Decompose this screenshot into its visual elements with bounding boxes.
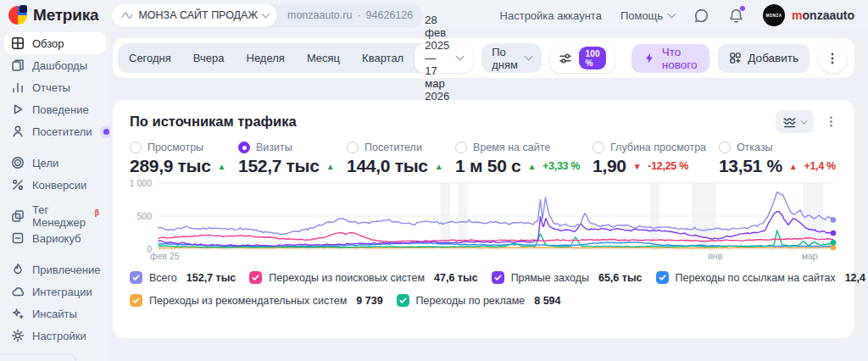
add-widget-button[interactable]: Добавить: [718, 44, 810, 73]
chart-legend: Всего152,7 тысПереходы из поисковых сист…: [130, 271, 837, 307]
metric-value: 144,0 тыс: [347, 156, 428, 176]
chevron-down-icon: [800, 117, 807, 124]
metric-label: Отказы: [737, 142, 773, 153]
metric-value-row: 152,7 тыс▲: [238, 156, 334, 176]
widget-menu-button[interactable]: [825, 115, 837, 128]
legend-checkbox[interactable]: [492, 271, 504, 284]
metric-tab-header: Посетители: [347, 142, 442, 153]
metric-value-row: 1,90▼-12,25 %: [593, 156, 706, 176]
sidebar-item-интеграции[interactable]: Интеграции: [4, 280, 106, 303]
traffic-chart[interactable]: 05001 000фев 25янвмар: [130, 178, 837, 261]
sidebar-item-настройки[interactable]: Настройки: [4, 325, 106, 347]
date-range-value: 28 фев 2025 — 17 мар 2026: [425, 14, 449, 103]
sidebar-item-label: Посетители: [32, 125, 92, 138]
sidebar-item-label: Дашборды: [32, 59, 87, 72]
trend-up-icon: ▲: [789, 162, 798, 171]
sidebar-item-вариокуб[interactable]: Вариокуб: [4, 227, 106, 249]
sidebar-item-отчеты[interactable]: Отчеты: [4, 76, 106, 98]
period-2[interactable]: Вчера: [182, 52, 236, 64]
date-range-select[interactable]: 28 фев 2025 — 17 мар 2026: [415, 43, 473, 73]
chat-icon[interactable]: [693, 8, 709, 24]
sidebar-item-label: Инсайты: [32, 308, 77, 320]
help-menu[interactable]: Помощь: [620, 9, 675, 22]
counter-name-section[interactable]: МОНЗА САЙТ ПРОДАЖ: [112, 4, 277, 27]
sidebar-item-обзор[interactable]: Обзор: [4, 32, 106, 54]
metric-tab-1[interactable]: Просмотры289,9 тыс▲: [130, 142, 225, 176]
metric-tab-6[interactable]: Отказы13,51 %▲+1,4 %: [719, 142, 836, 176]
behavior-icon: [11, 103, 25, 116]
legend-checkbox[interactable]: [130, 271, 142, 284]
insights-icon: [11, 307, 25, 320]
metric-radio[interactable]: [719, 142, 731, 153]
metric-delta: +3,33 %: [542, 160, 580, 172]
metric-radio[interactable]: [347, 142, 359, 153]
metric-label: Просмотры: [147, 142, 203, 153]
sidebar-item-посетители[interactable]: Посетители: [4, 120, 106, 142]
svg-text:500: 500: [136, 211, 152, 221]
sidebar-item-label: Отчеты: [32, 81, 70, 94]
counter-switcher[interactable]: МОНЗА САЙТ ПРОДАЖ monzaauto.ru · 9462612…: [112, 4, 423, 27]
legend-item[interactable]: Прямые заходы65,6 тыс: [492, 271, 643, 284]
bell-icon[interactable]: [728, 8, 744, 24]
granularity-select[interactable]: По дням: [481, 43, 542, 73]
sidebar-item-дашборды[interactable]: Дашборды: [4, 54, 106, 76]
metric-value: 152,7 тыс: [238, 156, 320, 176]
legend-checkbox[interactable]: [397, 294, 409, 307]
account-settings-link[interactable]: Настройка аккаунта: [500, 9, 602, 22]
sidebar-item-инсайты[interactable]: Инсайты: [4, 303, 106, 325]
period-5[interactable]: Квартал: [351, 52, 415, 64]
metric-radio[interactable]: [238, 142, 250, 153]
trend-down-icon: ▼: [633, 162, 642, 171]
metric-value-row: 289,9 тыс▲: [130, 156, 225, 176]
period-4[interactable]: Месяц: [296, 52, 351, 64]
metric-tab-3[interactable]: Посетители144,0 тыс▲: [347, 142, 442, 176]
sidebar-item-label: Настройки: [32, 330, 86, 342]
legend-item[interactable]: Переходы из рекомендательных систем9 739: [130, 294, 383, 307]
sidebar-item-привлечение[interactable]: Привлечение: [4, 258, 106, 280]
metric-tab-4[interactable]: Время на сайте1 м 50 с▲+3,33 %: [455, 142, 580, 176]
period-3[interactable]: Неделя: [236, 52, 296, 64]
chart-type-select[interactable]: [776, 110, 814, 133]
sparkline-icon: [120, 9, 133, 22]
gear-icon: [11, 329, 25, 342]
metric-tab-2[interactable]: Визиты152,7 тыс▲: [238, 142, 334, 176]
counter-meta: monzaauto.ru · 94626126: [277, 9, 423, 21]
legend-value: 65,6 тыс: [598, 272, 643, 284]
sidebar-group: ЦелиКонверсии: [0, 152, 110, 196]
user-menu[interactable]: MONZA monzaauto: [763, 4, 854, 26]
metric-radio[interactable]: [593, 142, 604, 153]
metric-tab-5[interactable]: Глубина просмотра1,90▼-12,25 %: [593, 142, 706, 176]
toolbar-menu-button[interactable]: [818, 44, 847, 73]
metric-value-row: 144,0 тыс▲: [347, 156, 442, 176]
period-1[interactable]: Сегодня: [118, 52, 182, 64]
legend-item[interactable]: Переходы по ссылкам на сайтах12,4 тыс: [656, 271, 868, 284]
legend-checkbox[interactable]: [656, 271, 669, 284]
metric-tab-header: Просмотры: [130, 142, 225, 153]
metric-radio[interactable]: [130, 142, 142, 153]
metric-tabs: Просмотры289,9 тыс▲Визиты152,7 тыс▲Посет…: [130, 142, 837, 176]
legend-item[interactable]: Переходы из поисковых систем47,6 тыс: [249, 271, 477, 284]
grid-icon: [11, 36, 25, 50]
whats-new-button[interactable]: Что нового: [632, 44, 710, 73]
legend-item[interactable]: Всего152,7 тыс: [130, 271, 236, 284]
sidebar-item-цели[interactable]: Цели: [4, 152, 106, 174]
variocube-icon: [11, 231, 25, 245]
bottom-widget-edge: [0, 353, 76, 361]
sidebar-item-label: Поведение: [32, 103, 89, 116]
counter-id: 94626126: [366, 9, 414, 21]
trend-up-icon: ▲: [435, 162, 443, 171]
metrika-logo[interactable]: Метрика: [8, 6, 98, 25]
svg-text:мар: мар: [802, 251, 818, 261]
counter-name: МОНЗА САЙТ ПРОДАЖ: [138, 9, 258, 21]
chevron-down-icon: [525, 53, 533, 61]
metric-radio[interactable]: [455, 142, 467, 153]
sidebar-item-поведение[interactable]: Поведение: [4, 98, 106, 120]
sidebar-item-конверсии[interactable]: Конверсии: [4, 174, 106, 196]
chevron-down-icon: [262, 9, 270, 18]
legend-checkbox[interactable]: [130, 294, 142, 307]
sidebar-item-тег-менеджер[interactable]: Тег Менеджерβ: [4, 205, 106, 227]
legend-item[interactable]: Переходы по рекламе8 594: [397, 294, 561, 307]
legend-checkbox[interactable]: [249, 271, 262, 284]
sampling-control[interactable]: 100 %: [550, 43, 614, 73]
sidebar-group: Тег МенеджерβВариокуб: [0, 205, 110, 249]
